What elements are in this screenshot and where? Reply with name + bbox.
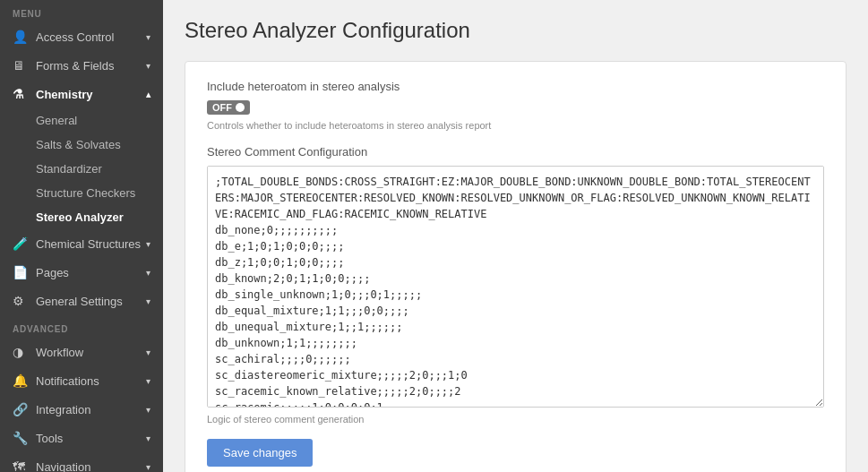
sidebar-item-label: Forms & Fields	[36, 59, 142, 73]
sidebar-subitem-stereo-analyzer[interactable]: Stereo Analyzer	[0, 205, 163, 229]
pages-icon: 📄	[13, 265, 29, 279]
sidebar-item-pages[interactable]: 📄 Pages ▾	[0, 258, 163, 287]
sidebar: MENU 👤 Access Control ▾ 🖥 Forms & Fields…	[0, 0, 163, 472]
notifications-icon: 🔔	[13, 373, 29, 388]
stereo-comment-label: Stereo Comment Configuration	[207, 145, 824, 159]
chemistry-icon: ⚗	[13, 87, 29, 101]
chevron-down-icon: ▾	[146, 348, 150, 357]
sidebar-item-label: Integration	[36, 403, 142, 416]
logic-hint: Logic of stereo comment generation	[207, 414, 824, 425]
chevron-down-icon: ▾	[146, 405, 150, 415]
sidebar-item-chemical-structures[interactable]: 🧪 Chemical Structures ▾	[0, 229, 163, 258]
sidebar-item-navigation[interactable]: 🗺 Navigation ▾	[0, 452, 163, 472]
advanced-label: ADVANCED	[0, 315, 163, 338]
toggle-label: OFF	[212, 102, 232, 113]
navigation-icon: 🗺	[13, 459, 29, 472]
toggle-hint: Controls whether to include heteroatoms …	[207, 120, 824, 131]
toggle-button[interactable]: OFF	[207, 100, 250, 115]
sidebar-item-access-control[interactable]: 👤 Access Control ▾	[0, 22, 163, 51]
chevron-down-icon: ▾	[146, 296, 150, 306]
sidebar-item-notifications[interactable]: 🔔 Notifications ▾	[0, 366, 163, 395]
chemical-structures-icon: 🧪	[13, 236, 29, 251]
menu-label: MENU	[0, 0, 163, 22]
toggle-row: OFF	[207, 100, 824, 115]
sidebar-subitem-salts-solvates[interactable]: Salts & Solvates	[0, 133, 163, 157]
sidebar-item-label: Pages	[36, 266, 142, 279]
sidebar-item-label: Workflow	[36, 346, 142, 359]
sidebar-item-label: Chemistry	[36, 88, 142, 101]
sidebar-item-workflow[interactable]: ◑ Workflow ▾	[0, 338, 163, 366]
main-content: Stereo Analyzer Configuration Include he…	[163, 0, 868, 472]
chevron-down-icon: ▾	[146, 462, 150, 472]
save-button[interactable]: Save changes	[207, 439, 313, 467]
forms-icon: 🖥	[13, 58, 29, 73]
sidebar-item-general-settings[interactable]: ⚙ General Settings ▾	[0, 287, 163, 315]
chevron-down-icon: ▾	[146, 433, 150, 443]
sidebar-item-chemistry[interactable]: ⚗ Chemistry ▴	[0, 80, 163, 108]
heteroatom-label: Include heteroatom in stereo analysis	[207, 80, 824, 93]
config-card: Include heteroatom in stereo analysis OF…	[185, 61, 847, 472]
sidebar-item-tools[interactable]: 🔧 Tools ▾	[0, 424, 163, 452]
chevron-down-icon: ▾	[146, 32, 150, 42]
sidebar-subitem-general[interactable]: General	[0, 108, 163, 133]
stereo-comment-textarea[interactable]	[207, 166, 824, 408]
toggle-circle	[236, 103, 245, 112]
sidebar-item-integration[interactable]: 🔗 Integration ▾	[0, 395, 163, 424]
chevron-down-icon: ▾	[146, 268, 150, 278]
chevron-down-icon: ▾	[146, 61, 150, 71]
workflow-icon: ◑	[13, 345, 29, 359]
sidebar-item-label: Notifications	[36, 374, 142, 388]
sidebar-item-label: General Settings	[36, 295, 142, 308]
tools-icon: 🔧	[13, 431, 29, 445]
chevron-down-icon: ▾	[146, 239, 150, 249]
sidebar-subitem-structure-checkers[interactable]: Structure Checkers	[0, 181, 163, 205]
access-control-icon: 👤	[13, 30, 29, 44]
settings-icon: ⚙	[13, 294, 29, 308]
sidebar-item-label: Chemical Structures	[36, 237, 142, 251]
chevron-up-icon: ▴	[146, 90, 150, 99]
integration-icon: 🔗	[13, 402, 29, 416]
sidebar-item-label: Tools	[36, 432, 142, 445]
sidebar-item-label: Access Control	[36, 30, 142, 44]
sidebar-subitem-standardizer[interactable]: Standardizer	[0, 157, 163, 181]
sidebar-item-forms-fields[interactable]: 🖥 Forms & Fields ▾	[0, 51, 163, 80]
page-title: Stereo Analyzer Configuration	[185, 18, 847, 43]
sidebar-item-label: Navigation	[36, 460, 142, 473]
chevron-down-icon: ▾	[146, 376, 150, 386]
